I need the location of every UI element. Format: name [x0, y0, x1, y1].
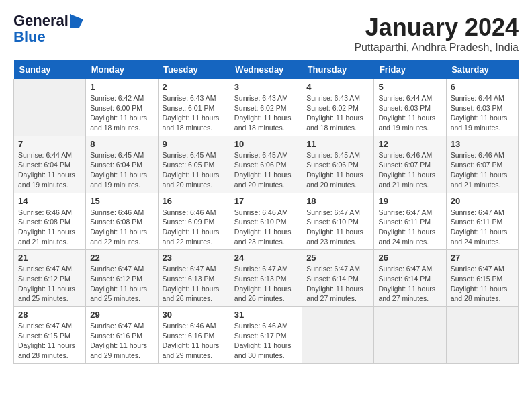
header-tuesday: Tuesday — [158, 60, 230, 79]
day-number: 13 — [451, 139, 514, 149]
day-info: Sunrise: 6:44 AM Sunset: 6:03 PM Dayligh… — [451, 93, 514, 133]
day-number: 6 — [451, 82, 514, 92]
day-info: Sunrise: 6:46 AM Sunset: 6:07 PM Dayligh… — [378, 150, 441, 190]
calendar-cell: 12 Sunrise: 6:46 AM Sunset: 6:07 PM Dayl… — [374, 136, 446, 193]
day-number: 24 — [234, 253, 298, 263]
day-info: Sunrise: 6:46 AM Sunset: 6:16 PM Dayligh… — [163, 321, 226, 361]
day-number: 20 — [451, 196, 514, 206]
day-info: Sunrise: 6:43 AM Sunset: 6:02 PM Dayligh… — [234, 93, 298, 133]
calendar-cell: 27 Sunrise: 6:47 AM Sunset: 6:15 PM Dayl… — [446, 250, 518, 307]
day-info: Sunrise: 6:43 AM Sunset: 6:01 PM Dayligh… — [163, 93, 226, 133]
day-number: 14 — [18, 196, 81, 206]
title-section: January 2024 Puttaparthi, Andhra Pradesh… — [354, 13, 519, 54]
day-info: Sunrise: 6:44 AM Sunset: 6:03 PM Dayligh… — [378, 93, 441, 133]
calendar-cell: 30 Sunrise: 6:46 AM Sunset: 6:16 PM Dayl… — [158, 307, 230, 364]
day-info: Sunrise: 6:45 AM Sunset: 6:06 PM Dayligh… — [306, 150, 369, 190]
calendar-cell: 10 Sunrise: 6:45 AM Sunset: 6:06 PM Dayl… — [230, 136, 302, 193]
calendar-row: 28 Sunrise: 6:47 AM Sunset: 6:15 PM Dayl… — [14, 307, 519, 364]
day-number: 9 — [163, 139, 226, 149]
day-number: 1 — [90, 82, 153, 92]
calendar-row: 14 Sunrise: 6:46 AM Sunset: 6:08 PM Dayl… — [14, 193, 519, 250]
calendar-cell: 3 Sunrise: 6:43 AM Sunset: 6:02 PM Dayli… — [230, 79, 302, 136]
logo: General Blue — [13, 13, 81, 54]
logo-general: General — [13, 13, 69, 28]
day-number: 12 — [378, 139, 441, 149]
day-info: Sunrise: 6:46 AM Sunset: 6:10 PM Dayligh… — [234, 208, 298, 247]
calendar-cell — [302, 307, 374, 364]
calendar-cell — [446, 307, 518, 364]
day-info: Sunrise: 6:46 AM Sunset: 6:17 PM Dayligh… — [234, 321, 298, 361]
day-info: Sunrise: 6:43 AM Sunset: 6:02 PM Dayligh… — [306, 93, 369, 133]
calendar-cell: 25 Sunrise: 6:47 AM Sunset: 6:14 PM Dayl… — [302, 250, 374, 307]
day-number: 26 — [378, 253, 441, 263]
day-number: 4 — [306, 82, 369, 92]
day-number: 29 — [90, 310, 153, 320]
day-number: 10 — [234, 139, 298, 149]
day-number: 21 — [18, 253, 81, 263]
calendar-cell: 7 Sunrise: 6:44 AM Sunset: 6:04 PM Dayli… — [14, 136, 86, 193]
day-number: 19 — [378, 196, 441, 206]
day-info: Sunrise: 6:47 AM Sunset: 6:12 PM Dayligh… — [90, 264, 153, 304]
header: General Blue January 2024 Puttaparthi, A… — [13, 13, 519, 54]
day-number: 22 — [90, 253, 153, 263]
day-number: 7 — [18, 139, 81, 149]
header-saturday: Saturday — [446, 60, 518, 79]
calendar-row: 1 Sunrise: 6:42 AM Sunset: 6:00 PM Dayli… — [14, 79, 519, 136]
day-info: Sunrise: 6:45 AM Sunset: 6:06 PM Dayligh… — [234, 150, 298, 190]
day-number: 18 — [306, 196, 369, 206]
day-info: Sunrise: 6:46 AM Sunset: 6:08 PM Dayligh… — [18, 208, 81, 247]
calendar-cell: 31 Sunrise: 6:46 AM Sunset: 6:17 PM Dayl… — [230, 307, 302, 364]
day-info: Sunrise: 6:45 AM Sunset: 6:05 PM Dayligh… — [163, 150, 226, 190]
day-info: Sunrise: 6:47 AM Sunset: 6:10 PM Dayligh… — [306, 208, 369, 247]
calendar-cell — [14, 79, 86, 136]
calendar-cell: 13 Sunrise: 6:46 AM Sunset: 6:07 PM Dayl… — [446, 136, 518, 193]
calendar-cell: 15 Sunrise: 6:46 AM Sunset: 6:08 PM Dayl… — [86, 193, 158, 250]
day-number: 23 — [163, 253, 226, 263]
calendar-header-row: Sunday Monday Tuesday Wednesday Thursday… — [14, 60, 519, 79]
calendar-cell: 8 Sunrise: 6:45 AM Sunset: 6:04 PM Dayli… — [86, 136, 158, 193]
day-info: Sunrise: 6:47 AM Sunset: 6:14 PM Dayligh… — [378, 264, 441, 304]
day-info: Sunrise: 6:47 AM Sunset: 6:13 PM Dayligh… — [234, 264, 298, 304]
location-title: Puttaparthi, Andhra Pradesh, India — [354, 42, 519, 54]
day-number: 11 — [306, 139, 369, 149]
calendar-cell: 18 Sunrise: 6:47 AM Sunset: 6:10 PM Dayl… — [302, 193, 374, 250]
calendar-cell: 28 Sunrise: 6:47 AM Sunset: 6:15 PM Dayl… — [14, 307, 86, 364]
day-info: Sunrise: 6:47 AM Sunset: 6:12 PM Dayligh… — [18, 264, 81, 304]
day-number: 28 — [18, 310, 81, 320]
month-title: January 2024 — [354, 13, 519, 42]
calendar-cell: 19 Sunrise: 6:47 AM Sunset: 6:11 PM Dayl… — [374, 193, 446, 250]
day-number: 17 — [234, 196, 298, 206]
calendar-cell — [374, 307, 446, 364]
calendar-cell: 2 Sunrise: 6:43 AM Sunset: 6:01 PM Dayli… — [158, 79, 230, 136]
day-info: Sunrise: 6:42 AM Sunset: 6:00 PM Dayligh… — [90, 93, 153, 133]
calendar-cell: 4 Sunrise: 6:43 AM Sunset: 6:02 PM Dayli… — [302, 79, 374, 136]
calendar-cell: 9 Sunrise: 6:45 AM Sunset: 6:05 PM Dayli… — [158, 136, 230, 193]
day-info: Sunrise: 6:47 AM Sunset: 6:13 PM Dayligh… — [163, 264, 226, 304]
day-info: Sunrise: 6:44 AM Sunset: 6:04 PM Dayligh… — [18, 150, 81, 190]
calendar-cell: 17 Sunrise: 6:46 AM Sunset: 6:10 PM Dayl… — [230, 193, 302, 250]
calendar-cell: 26 Sunrise: 6:47 AM Sunset: 6:14 PM Dayl… — [374, 250, 446, 307]
day-info: Sunrise: 6:46 AM Sunset: 6:07 PM Dayligh… — [451, 150, 514, 190]
calendar-cell: 20 Sunrise: 6:47 AM Sunset: 6:11 PM Dayl… — [446, 193, 518, 250]
calendar-cell: 22 Sunrise: 6:47 AM Sunset: 6:12 PM Dayl… — [86, 250, 158, 307]
calendar-cell: 6 Sunrise: 6:44 AM Sunset: 6:03 PM Dayli… — [446, 79, 518, 136]
day-number: 30 — [163, 310, 226, 320]
calendar-cell: 14 Sunrise: 6:46 AM Sunset: 6:08 PM Dayl… — [14, 193, 86, 250]
day-info: Sunrise: 6:47 AM Sunset: 6:16 PM Dayligh… — [90, 321, 153, 361]
header-monday: Monday — [86, 60, 158, 79]
day-info: Sunrise: 6:46 AM Sunset: 6:08 PM Dayligh… — [90, 208, 153, 247]
calendar-cell: 5 Sunrise: 6:44 AM Sunset: 6:03 PM Dayli… — [374, 79, 446, 136]
calendar-cell: 24 Sunrise: 6:47 AM Sunset: 6:13 PM Dayl… — [230, 250, 302, 307]
day-number: 8 — [90, 139, 153, 149]
calendar-cell: 11 Sunrise: 6:45 AM Sunset: 6:06 PM Dayl… — [302, 136, 374, 193]
calendar-table: Sunday Monday Tuesday Wednesday Thursday… — [13, 60, 519, 364]
logo-triangle-icon — [70, 14, 83, 28]
header-thursday: Thursday — [302, 60, 374, 79]
calendar-cell: 23 Sunrise: 6:47 AM Sunset: 6:13 PM Dayl… — [158, 250, 230, 307]
calendar-cell: 1 Sunrise: 6:42 AM Sunset: 6:00 PM Dayli… — [86, 79, 158, 136]
calendar-cell: 29 Sunrise: 6:47 AM Sunset: 6:16 PM Dayl… — [86, 307, 158, 364]
header-sunday: Sunday — [14, 60, 86, 79]
calendar-row: 7 Sunrise: 6:44 AM Sunset: 6:04 PM Dayli… — [14, 136, 519, 193]
header-wednesday: Wednesday — [230, 60, 302, 79]
day-number: 27 — [451, 253, 514, 263]
